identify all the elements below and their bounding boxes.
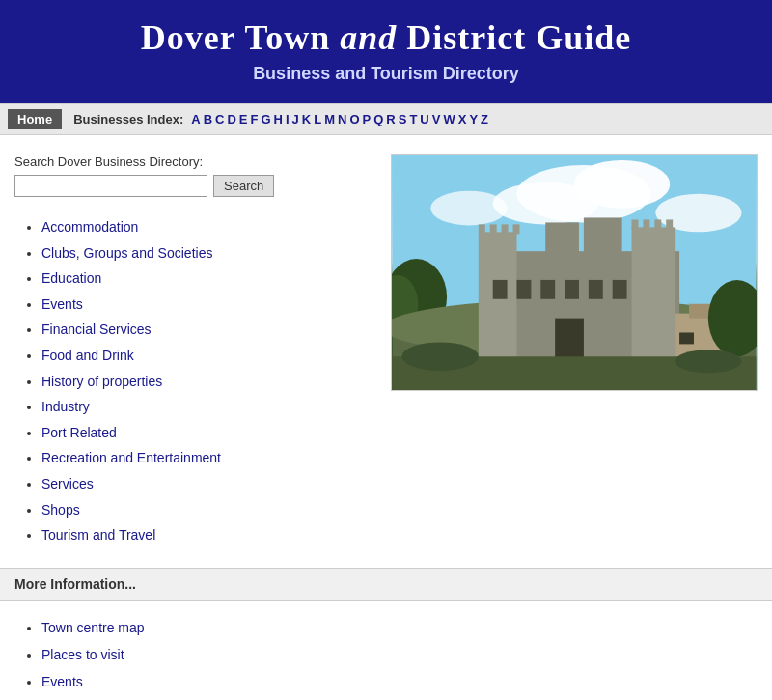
alpha-link-v[interactable]: V: [432, 112, 441, 126]
search-form: Search: [14, 175, 372, 197]
svg-rect-14: [545, 222, 579, 270]
more-info-section: More Information...: [0, 568, 772, 601]
alpha-link-j[interactable]: J: [292, 112, 299, 126]
category-item: Clubs, Groups and Societies: [41, 240, 372, 266]
category-link[interactable]: Financial Services: [41, 322, 152, 337]
category-link[interactable]: Recreation and Entertainment: [41, 450, 221, 465]
alpha-link-y[interactable]: Y: [469, 112, 478, 126]
category-item: Food and Drink: [41, 343, 372, 369]
more-info-item: Places to visit: [41, 641, 758, 668]
alpha-link-t[interactable]: T: [409, 112, 417, 126]
alpha-link-g[interactable]: G: [261, 112, 270, 126]
search-input[interactable]: [14, 175, 207, 197]
alpha-link-h[interactable]: H: [274, 112, 283, 126]
category-link[interactable]: Industry: [41, 399, 90, 414]
svg-rect-29: [613, 280, 627, 299]
right-column: [391, 154, 758, 391]
home-button[interactable]: Home: [8, 109, 62, 129]
more-info-link[interactable]: Events: [41, 674, 83, 689]
category-item: History of properties: [41, 369, 372, 395]
svg-rect-27: [565, 280, 579, 299]
svg-point-38: [675, 350, 741, 373]
more-info-links-container: Town centre mapPlaces to visitEvents: [0, 601, 772, 700]
category-link[interactable]: Events: [41, 296, 83, 312]
category-item: Financial Services: [41, 317, 372, 343]
alpha-link-u[interactable]: U: [420, 112, 428, 126]
alpha-link-k[interactable]: K: [302, 112, 311, 126]
category-link[interactable]: Food and Drink: [41, 348, 134, 363]
category-link[interactable]: Port Related: [41, 425, 117, 440]
svg-rect-20: [632, 219, 639, 229]
category-list: AccommodationClubs, Groups and Societies…: [14, 214, 372, 548]
category-link[interactable]: Tourism and Travel: [41, 527, 155, 543]
alpha-link-r[interactable]: R: [386, 112, 395, 126]
svg-rect-21: [643, 219, 649, 229]
alpha-link-q[interactable]: Q: [373, 112, 383, 126]
alpha-link-f[interactable]: F: [251, 112, 259, 126]
site-subtitle: Business and Tourism Directory: [10, 64, 762, 94]
alpha-link-e[interactable]: E: [239, 112, 248, 126]
alpha-link-n[interactable]: N: [338, 112, 346, 126]
category-link[interactable]: History of properties: [41, 374, 162, 389]
search-button[interactable]: Search: [213, 175, 274, 197]
navbar: Home Businesses Index: ABCDEFGHIJKLMNOPQ…: [0, 103, 772, 135]
alpha-link-d[interactable]: D: [227, 112, 235, 126]
category-link[interactable]: Services: [41, 476, 94, 491]
svg-rect-19: [513, 224, 520, 234]
svg-rect-15: [584, 217, 622, 270]
more-info-link[interactable]: Places to visit: [41, 647, 124, 662]
svg-rect-26: [540, 280, 555, 299]
alpha-link-p[interactable]: P: [363, 112, 372, 126]
category-link[interactable]: Accommodation: [41, 219, 138, 235]
svg-rect-16: [479, 224, 485, 234]
svg-rect-24: [493, 280, 508, 299]
castle-image: [391, 154, 758, 391]
category-item: Industry: [41, 394, 372, 420]
svg-rect-22: [654, 219, 661, 229]
alpha-link-a[interactable]: A: [191, 112, 200, 126]
svg-point-4: [430, 191, 507, 226]
category-item: Port Related: [41, 420, 372, 446]
svg-point-3: [493, 182, 598, 225]
alpha-link-i[interactable]: I: [286, 112, 290, 126]
search-label: Search Dover Business Directory:: [14, 154, 372, 169]
alpha-link-z[interactable]: Z: [481, 112, 488, 126]
site-title: Dover Town and District Guide: [10, 17, 762, 58]
category-item: Education: [41, 266, 372, 292]
category-item: Services: [41, 471, 372, 497]
businesses-index-label: Businesses Index:: [73, 112, 183, 126]
more-info-link[interactable]: Town centre map: [41, 620, 145, 635]
category-item: Tourism and Travel: [41, 522, 372, 548]
site-header: Dover Town and District Guide Business a…: [0, 0, 772, 103]
more-info-title: More Information...: [14, 576, 136, 592]
main-content: Search Dover Business Directory: Search …: [0, 135, 772, 568]
alpha-link-l[interactable]: L: [314, 112, 321, 126]
more-info-item: Town centre map: [41, 614, 758, 641]
alpha-link-b[interactable]: B: [204, 112, 212, 126]
svg-rect-23: [666, 219, 673, 229]
svg-rect-33: [679, 332, 694, 344]
category-link[interactable]: Clubs, Groups and Societies: [41, 245, 212, 261]
svg-point-37: [401, 342, 478, 371]
category-item: Accommodation: [41, 214, 372, 240]
alpha-link-s[interactable]: S: [399, 112, 407, 126]
category-link[interactable]: Shops: [41, 502, 80, 518]
category-item: Events: [41, 292, 372, 318]
category-item: Shops: [41, 497, 372, 523]
svg-rect-13: [632, 227, 676, 366]
more-info-item: Events: [41, 668, 758, 695]
svg-rect-28: [589, 280, 603, 299]
left-column: Search Dover Business Directory: Search …: [14, 154, 372, 548]
alpha-link-o[interactable]: O: [349, 112, 359, 126]
category-item: Recreation and Entertainment: [41, 445, 372, 471]
alpha-link-x[interactable]: X: [458, 112, 467, 126]
svg-rect-25: [516, 280, 531, 299]
alpha-link-c[interactable]: C: [215, 112, 224, 126]
more-info-list: Town centre mapPlaces to visitEvents: [14, 601, 758, 700]
alpha-links: ABCDEFGHIJKLMNOPQRSTUVWXYZ: [191, 112, 488, 126]
svg-rect-17: [490, 224, 497, 234]
svg-rect-18: [502, 224, 509, 234]
alpha-link-m[interactable]: M: [324, 112, 335, 126]
category-link[interactable]: Education: [41, 270, 101, 286]
alpha-link-w[interactable]: W: [443, 112, 455, 126]
